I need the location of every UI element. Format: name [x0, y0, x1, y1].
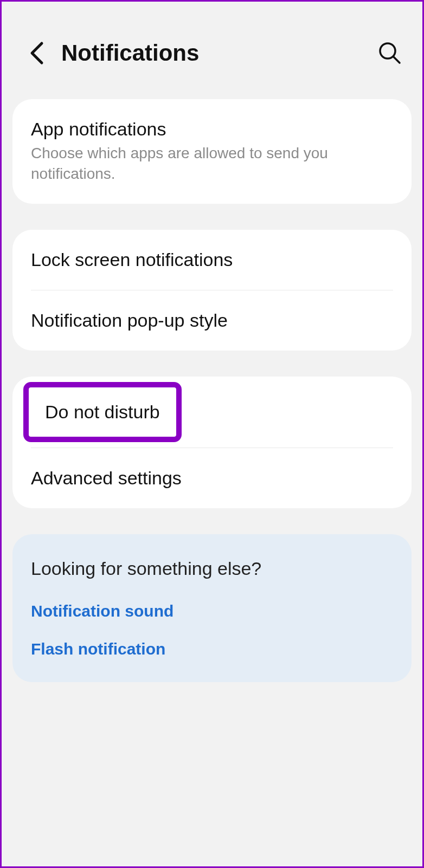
card-app-notifications: App notifications Choose which apps are … [12, 99, 412, 204]
chevron-left-icon [29, 41, 45, 65]
row-app-notifications[interactable]: App notifications Choose which apps are … [12, 99, 412, 204]
info-title: Looking for something else? [12, 534, 412, 592]
row-lock-screen-notifications[interactable]: Lock screen notifications [12, 230, 412, 290]
row-do-not-disturb[interactable]: Do not disturb [12, 377, 412, 448]
link-notification-sound[interactable]: Notification sound [12, 592, 412, 630]
row-label: Do not disturb [45, 401, 160, 423]
card-looking-for-else: Looking for something else? Notification… [12, 534, 412, 682]
back-button[interactable] [18, 34, 56, 72]
row-subtitle: Choose which apps are allowed to send yo… [31, 143, 393, 184]
search-icon [378, 41, 402, 65]
page-title: Notifications [61, 40, 374, 66]
card-more-settings: Do not disturb Advanced settings [12, 377, 412, 508]
row-label: Notification pop-up style [31, 310, 393, 331]
link-label: Flash notification [31, 640, 165, 658]
search-button[interactable] [374, 37, 406, 69]
svg-line-1 [394, 57, 400, 63]
row-label: Lock screen notifications [31, 249, 393, 270]
link-label: Notification sound [31, 602, 174, 620]
header: Notifications [2, 2, 422, 99]
row-advanced-settings[interactable]: Advanced settings [12, 448, 412, 508]
row-notification-popup-style[interactable]: Notification pop-up style [12, 290, 412, 351]
row-label: App notifications [31, 119, 393, 140]
highlight-annotation: Do not disturb [23, 382, 182, 442]
row-label: Advanced settings [31, 468, 393, 489]
link-flash-notification[interactable]: Flash notification [12, 630, 412, 682]
card-display-settings: Lock screen notifications Notification p… [12, 230, 412, 351]
